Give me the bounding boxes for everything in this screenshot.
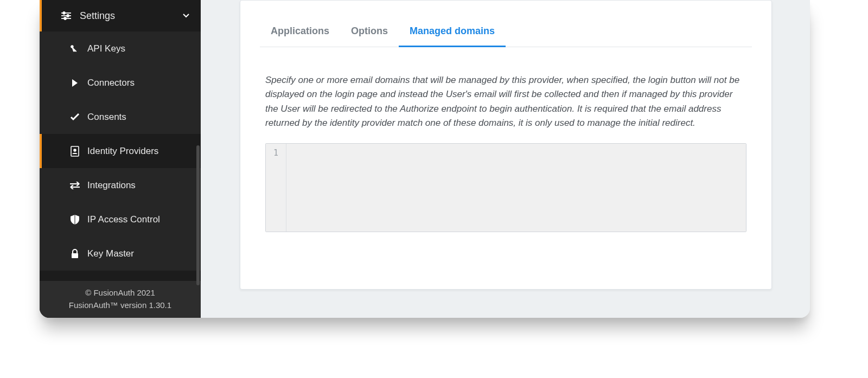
managed-domains-editor[interactable]: 1 <box>265 143 746 232</box>
sidebar-settings-label: Settings <box>80 10 181 22</box>
tab-managed-domains[interactable]: Managed domains <box>399 18 506 47</box>
sidebar-item-label: API Keys <box>87 43 125 54</box>
shield-icon <box>68 215 82 225</box>
sidebar-item-integrations[interactable]: Integrations <box>40 168 201 202</box>
tab-applications[interactable]: Applications <box>260 18 340 47</box>
exchange-icon <box>68 182 82 189</box>
managed-domains-help-text: Specify one or more email domains that w… <box>265 73 746 130</box>
sidebar-item-label: Integrations <box>87 180 136 191</box>
tab-label: Options <box>351 25 388 36</box>
chevron-right-icon <box>68 79 82 87</box>
tab-label: Applications <box>271 25 329 36</box>
sidebar-item-consents[interactable]: Consents <box>40 100 201 134</box>
sidebar-item-identity-providers[interactable]: Identity Providers <box>40 134 201 168</box>
tab-label: Managed domains <box>410 25 495 36</box>
sidebar-item-ip-access-control[interactable]: IP Access Control <box>40 202 201 236</box>
footer-copyright: © FusionAuth 2021 <box>40 286 201 299</box>
svg-point-7 <box>74 149 76 151</box>
tab-bar: Applications Options Managed domains <box>260 18 752 47</box>
sidebar-settings-header[interactable]: Settings <box>40 0 201 31</box>
tab-options[interactable]: Options <box>340 18 399 47</box>
sidebar-item-key-master[interactable]: Key Master <box>40 236 201 271</box>
sidebar: Settings API Keys Connectors <box>40 0 201 318</box>
sidebar-item-connectors[interactable]: Connectors <box>40 66 201 100</box>
key-icon <box>68 44 82 54</box>
svg-point-5 <box>64 17 66 20</box>
sidebar-submenu: API Keys Connectors Consents <box>40 31 201 271</box>
content-card: Applications Options Managed domains Spe… <box>240 0 772 290</box>
editor-gutter: 1 <box>266 144 286 232</box>
chevron-down-icon <box>181 14 191 18</box>
lock-icon <box>68 249 82 259</box>
sidebar-item-label: Consents <box>87 112 126 123</box>
sidebar-item-label: Key Master <box>87 248 134 259</box>
sidebar-footer: © FusionAuth 2021 FusionAuth™ version 1.… <box>40 281 201 318</box>
app-frame: Settings API Keys Connectors <box>40 0 810 318</box>
sliders-icon <box>60 11 72 20</box>
main-content: Applications Options Managed domains Spe… <box>201 0 810 318</box>
sidebar-scrollbar[interactable] <box>196 145 200 285</box>
sidebar-item-api-keys[interactable]: API Keys <box>40 31 201 66</box>
svg-point-3 <box>67 15 69 17</box>
svg-point-1 <box>63 12 65 14</box>
footer-version: FusionAuth™ version 1.30.1 <box>40 299 201 311</box>
line-number: 1 <box>266 148 286 158</box>
editor-textarea[interactable] <box>286 144 746 232</box>
sidebar-item-label: Connectors <box>87 78 135 88</box>
svg-rect-8 <box>72 253 78 258</box>
sidebar-item-label: Identity Providers <box>87 146 158 157</box>
check-icon <box>68 113 82 121</box>
sidebar-item-label: IP Access Control <box>87 214 160 225</box>
id-badge-icon <box>68 146 82 157</box>
